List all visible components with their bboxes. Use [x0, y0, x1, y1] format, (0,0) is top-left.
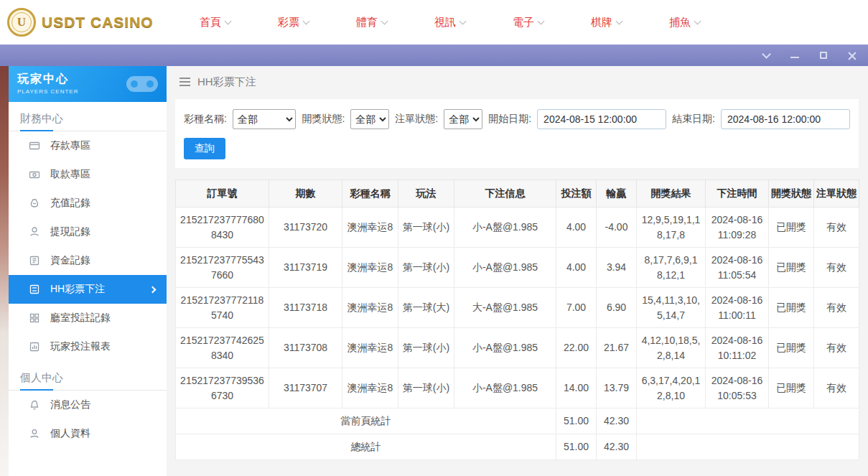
cell-result: 12,9,5,19,1,18,17,8	[637, 207, 706, 248]
sidebar-item-label: HH彩票下注	[50, 283, 105, 296]
sidebar-item-room-bet-record[interactable]: 廳室投註記錄	[9, 304, 167, 332]
window-maximize-button[interactable]	[818, 50, 829, 61]
window-titlebar	[0, 45, 868, 66]
cell-order-no: 2152172377721185740	[176, 288, 269, 328]
cell-order-no: 2152172377755437660	[176, 248, 269, 288]
breadcrumb: HH彩票下注	[167, 66, 868, 98]
cell-order-no: 2152172377426258340	[176, 328, 269, 368]
nav-item-label: 彩票	[278, 16, 299, 29]
cell-order-status: 有效	[814, 248, 859, 288]
sidebar-item-profile[interactable]: 個人資料	[9, 419, 167, 448]
sidebar-item-player-bet-report[interactable]: 玩家投注報表	[9, 332, 167, 361]
nav-item-slots[interactable]: 電子	[513, 16, 543, 29]
lottery-name-select[interactable]: 全部	[233, 109, 297, 129]
cell-lottery: 澳洲幸运8	[342, 368, 398, 409]
col-header-play: 玩法	[398, 180, 454, 207]
nav-item-label: 棋牌	[591, 16, 612, 29]
hand-money-icon	[29, 226, 40, 238]
cell-draw-status: 已開獎	[769, 248, 814, 288]
nav-item-fishing[interactable]: 捕魚	[669, 16, 700, 29]
sidebar-item-recharge-record[interactable]: 充值記錄	[9, 189, 167, 218]
chevron-down-icon	[762, 50, 771, 59]
cell-draw-status: 已開獎	[769, 368, 814, 409]
cell-order-status: 有效	[814, 368, 859, 409]
total-summary-winloss: 42.30	[597, 434, 637, 460]
sidebar-section-personal: 個人中心	[9, 361, 167, 391]
page-summary-row: 當前頁統計 51.00 42.30	[176, 409, 859, 434]
draw-status-select[interactable]: 全部	[350, 109, 389, 129]
sidebar-item-withdraw[interactable]: 取款專區	[9, 160, 167, 189]
nav-item-label: 體育	[356, 16, 378, 29]
cell-time: 2024-08-16 10:11:02	[706, 328, 769, 368]
cell-lottery: 澳洲幸运8	[342, 207, 398, 248]
close-icon	[848, 51, 857, 60]
chevron-down-icon	[459, 17, 467, 24]
nav-item-sports[interactable]: 體育	[356, 16, 387, 29]
nav-item-lottery[interactable]: 彩票	[278, 16, 309, 29]
sidebar-item-label: 個人資料	[50, 427, 90, 440]
cell-winloss: 13.79	[597, 368, 637, 409]
sidebar-item-withdrawal-record[interactable]: 提現記錄	[9, 218, 167, 246]
brand[interactable]: U USDT CASINO	[7, 8, 187, 37]
col-header-time: 下注時間	[706, 180, 769, 207]
money-bag-icon	[29, 197, 40, 209]
cell-result: 6,3,17,4,20,12,8,10	[637, 368, 706, 409]
end-date-label: 結束日期:	[672, 113, 715, 126]
report-chart-icon	[29, 341, 40, 353]
filter-row: 彩種名稱: 全部 開獎狀態: 全部 注單狀態: 全部 開始日期: 結束日期:	[184, 109, 850, 129]
nav-item-cards[interactable]: 棋牌	[591, 16, 622, 29]
cell-bet-info: 小-A盤@1.985	[454, 368, 556, 409]
cell-period: 31173720	[269, 207, 342, 248]
main-nav: 首頁 彩票 體育 視訊 電子 棋牌 捕魚	[200, 16, 700, 29]
cell-period: 31173718	[269, 288, 342, 328]
table-row: 2152172377426258340 31173708 澳洲幸运8 第一球(小…	[176, 328, 859, 368]
col-header-amount: 投注額	[556, 180, 597, 207]
cell-lottery: 澳洲幸运8	[342, 248, 398, 288]
person-icon	[29, 428, 40, 439]
col-header-winloss: 輸贏	[597, 180, 637, 207]
background-strip	[0, 66, 9, 476]
cell-play: 第一球(大)	[398, 288, 454, 328]
sidebar-item-announcements[interactable]: 消息公告	[9, 391, 167, 419]
window-collapse-button[interactable]	[760, 50, 772, 61]
sidebar-item-funds-record[interactable]: 資金記錄	[9, 246, 167, 275]
cell-lottery: 澳洲幸运8	[342, 288, 398, 328]
end-date-input[interactable]	[721, 109, 850, 129]
cell-lottery: 澳洲幸运8	[342, 328, 398, 368]
nav-item-live[interactable]: 視訊	[434, 16, 465, 29]
main-content: HH彩票下注 彩種名稱: 全部 開獎狀態: 全部 注單狀態: 全部 開始日期: …	[167, 66, 868, 476]
cell-winloss: 6.90	[597, 288, 637, 328]
cell-time: 2024-08-16 11:00:11	[706, 288, 769, 328]
window-minimize-button[interactable]	[789, 50, 801, 61]
total-summary-row: 總統計 51.00 42.30	[176, 434, 859, 460]
sidebar-item-label: 取款專區	[50, 168, 90, 181]
bet-list-icon	[29, 284, 40, 295]
sidebar-item-hh-lottery-bets[interactable]: HH彩票下注	[9, 275, 167, 304]
sidebar-item-label: 資金記錄	[50, 254, 90, 267]
menu-icon[interactable]	[179, 81, 190, 83]
query-button[interactable]: 查詢	[184, 138, 225, 159]
nav-item-home[interactable]: 首頁	[200, 16, 230, 29]
cell-bet-info: 小-A盤@1.985	[454, 328, 556, 368]
page-summary-empty	[637, 409, 859, 434]
nav-item-label: 首頁	[200, 16, 221, 29]
cell-time: 2024-08-16 10:05:53	[706, 368, 769, 409]
cell-order-no: 2152172377395366730	[176, 368, 269, 409]
start-date-label: 開始日期:	[488, 113, 531, 126]
cell-bet-info: 小-A盤@1.985	[454, 248, 556, 288]
cell-amount: 4.00	[556, 248, 597, 288]
sidebar-item-label: 廳室投註記錄	[50, 312, 111, 325]
cell-amount: 7.00	[556, 288, 597, 328]
window-close-button[interactable]	[846, 50, 858, 61]
draw-status-label: 開獎狀態:	[302, 113, 345, 126]
cell-amount: 14.00	[556, 368, 597, 409]
start-date-input[interactable]	[537, 109, 666, 129]
table-row: 2152172377721185740 31173718 澳洲幸运8 第一球(大…	[176, 288, 859, 328]
cell-draw-status: 已開獎	[769, 207, 814, 248]
sidebar-item-deposit[interactable]: 存款專區	[9, 131, 167, 160]
sidebar: 玩家中心 PLAYERS CENTER 財務中心 存款專區 取款專區 充值記錄 …	[9, 66, 167, 476]
col-header-result: 開獎結果	[637, 180, 706, 207]
cell-amount: 22.00	[556, 328, 597, 368]
order-status-select[interactable]: 全部	[444, 109, 482, 129]
gamepad-icon	[123, 70, 161, 96]
